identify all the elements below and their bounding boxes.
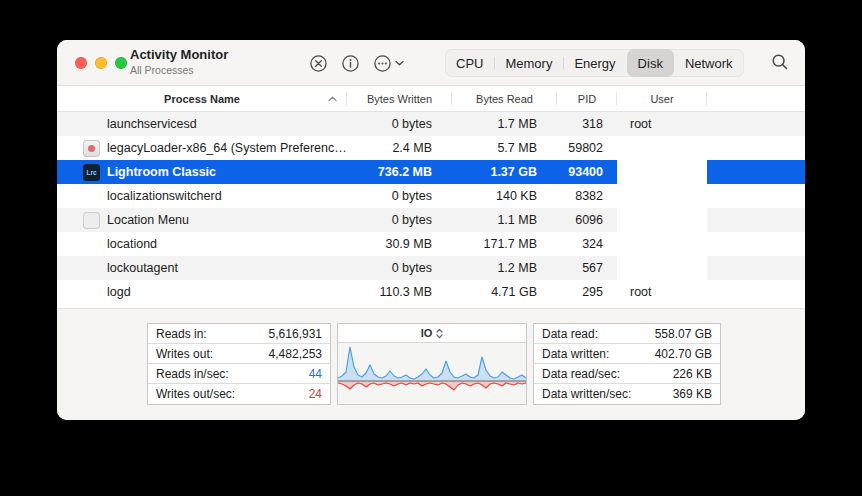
toolbar-buttons [309,52,404,74]
stop-process-button[interactable] [309,54,328,73]
no-icon-spacer [83,284,100,301]
row-filler [707,112,805,136]
minimize-window-button[interactable] [95,57,107,69]
io-chart [338,343,526,403]
bytes-read-cell: 5.7 MB [452,136,557,160]
bytes-written-cell: 0 bytes [347,112,452,136]
bytes-read-cell: 1.7 MB [452,112,557,136]
bytes-written-cell: 0 bytes [347,208,452,232]
stat-value: 4,482,253 [269,347,322,361]
traffic-lights [75,57,127,69]
column-header-process-name[interactable]: Process Name [57,86,347,111]
stat-label: Data read/sec: [542,367,620,381]
process-name: Lightroom Classic [107,165,216,179]
table-row[interactable]: LrcLightroom Classic736.2 MB1.37 GB93400 [57,160,805,184]
bytes-read-cell: 171.7 MB [452,232,557,256]
stat-value: 44 [309,367,322,381]
desktop-background: Activity Monitor All Processes [0,0,862,496]
stat-label: Reads in: [156,327,207,341]
tab-network[interactable]: Network [674,49,744,77]
lightroom-app-icon: Lrc [83,164,100,181]
stat-label: Data written: [542,347,609,361]
tab-memory[interactable]: Memory [494,49,563,77]
column-header-bytes-written[interactable]: Bytes Written [347,86,452,111]
process-table-body: launchservicesd0 bytes1.7 MB318rootlegac… [57,112,805,304]
bytes-read-cell: 140 KB [452,184,557,208]
inspect-process-button[interactable] [341,54,360,73]
io-chart-box: IO [337,323,527,405]
no-icon-spacer [83,236,100,253]
window-title: Activity Monitor [130,47,228,62]
row-filler [707,184,805,208]
more-options-button[interactable] [373,54,404,73]
process-name: legacyLoader-x86_64 (System Preferenc… [107,141,347,155]
titlebar[interactable]: Activity Monitor All Processes [57,40,805,86]
pid-cell: 6096 [557,208,617,232]
stop-process-icon [309,54,328,73]
inspect-process-icon [341,54,360,73]
chevron-down-icon [395,60,404,66]
legacy-app-icon [83,140,100,157]
zoom-window-button[interactable] [115,57,127,69]
chart-mode-picker[interactable]: IO [421,327,444,339]
stat-label: Reads in/sec: [156,367,229,381]
tab-disk[interactable]: Disk [627,49,674,77]
row-filler [707,232,805,256]
pid-cell: 295 [557,280,617,304]
column-header-label: Process Name [164,93,240,105]
close-window-button[interactable] [75,57,87,69]
process-name-cell: LrcLightroom Classic [57,160,347,184]
tab-energy[interactable]: Energy [563,49,626,77]
column-header-pid[interactable]: PID [557,86,617,111]
process-name: Location Menu [107,213,189,227]
column-header-user[interactable]: User [617,86,707,111]
sort-ascending-icon [328,96,337,102]
no-icon-spacer [83,260,100,277]
table-row[interactable]: logd110.3 MB4.71 GB295root [57,280,805,304]
search-button[interactable] [771,53,789,74]
user-cell [617,184,707,208]
row-filler [707,160,805,184]
pid-cell: 324 [557,232,617,256]
tab-cpu[interactable]: CPU [445,49,494,77]
stat-row: Data written/sec: 369 KB [534,384,720,404]
bytes-written-cell: 736.2 MB [347,160,452,184]
pid-cell: 93400 [557,160,617,184]
stat-row: Data read/sec: 226 KB [534,364,720,384]
no-icon-spacer [83,188,100,205]
bytes-read-cell: 1.1 MB [452,208,557,232]
bytes-read-cell: 1.2 MB [452,256,557,280]
stat-row: Reads in/sec: 44 [148,364,330,384]
table-row[interactable]: Location Menu0 bytes1.1 MB6096 [57,208,805,232]
process-name-cell: locationd [57,232,347,256]
bytes-read-cell: 4.71 GB [452,280,557,304]
pid-cell: 59802 [557,136,617,160]
search-icon [771,53,789,71]
table-row[interactable]: launchservicesd0 bytes1.7 MB318root [57,112,805,136]
stat-value: 5,616,931 [269,327,322,341]
table-row[interactable]: localizationswitcherd0 bytes140 KB8382 [57,184,805,208]
process-name-cell: launchservicesd [57,112,347,136]
bytes-read-cell: 1.37 GB [452,160,557,184]
bytes-written-cell: 2.4 MB [347,136,452,160]
row-filler [707,136,805,160]
ellipsis-circle-icon [373,54,392,73]
pid-cell: 8382 [557,184,617,208]
bottom-panel: Reads in: 5,616,931 Writes out: 4,482,25… [57,308,805,420]
table-row[interactable]: legacyLoader-x86_64 (System Preferenc…2.… [57,136,805,160]
process-name-cell: Location Menu [57,208,347,232]
stat-value: 226 KB [673,367,712,381]
stat-value: 369 KB [673,387,712,401]
stat-row: Writes out: 4,482,253 [148,344,330,364]
view-tabs: CPU Memory Energy Disk Network [445,49,744,77]
table-row[interactable]: lockoutagent0 bytes1.2 MB567 [57,256,805,280]
column-header-bytes-read[interactable]: Bytes Read [452,86,557,111]
process-name-cell: lockoutagent [57,256,347,280]
table-row[interactable]: locationd30.9 MB171.7 MB324 [57,232,805,256]
process-name: locationd [107,237,157,251]
stat-row: Reads in: 5,616,931 [148,324,330,344]
user-cell [617,256,707,280]
data-totals-box: Data read: 558.07 GB Data written: 402.7… [533,323,721,405]
user-cell: root [617,112,707,136]
title-block: Activity Monitor All Processes [130,47,228,76]
